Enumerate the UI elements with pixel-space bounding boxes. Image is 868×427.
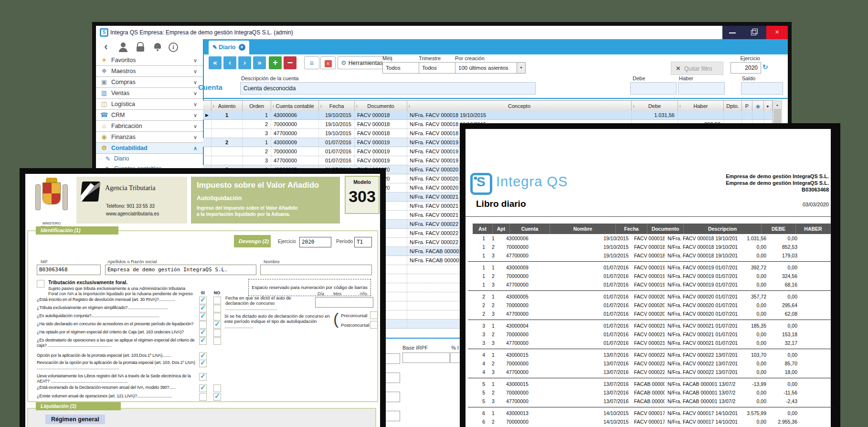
devengo-label: Devengo (2) <box>234 235 271 247</box>
haber-input[interactable] <box>678 82 725 95</box>
minimize-button[interactable] <box>722 26 743 39</box>
report-cell: 1 <box>473 280 489 289</box>
sidebar-item-crm[interactable]: ☎CRM∨ <box>96 110 203 121</box>
sidebar-icon-row: ‹ i <box>96 39 203 55</box>
bell-icon[interactable] <box>151 42 164 53</box>
list-view-button[interactable]: ≡ <box>304 56 319 69</box>
ejercicio-form-input: 2020 <box>299 237 331 247</box>
cart-icon: ▣ <box>100 77 108 87</box>
quitar-filtro-label: Quitar filtro <box>684 65 712 72</box>
nombre-label: Nombre <box>264 259 280 264</box>
sidebar-item-logi-stica[interactable]: ◫Logística∨ <box>96 99 203 110</box>
column-header-haber[interactable]: Haber↕ <box>678 101 724 111</box>
report-row: 234770000001/07/2016FACV 000020N/Fra. FA… <box>473 310 831 318</box>
bottom-field[interactable] <box>385 411 400 421</box>
base-irpf-input[interactable] <box>402 352 450 363</box>
company-line1: Empresa de demo gestión IntegraQS S.L. <box>726 173 829 179</box>
report-cell: 1 <box>489 321 503 330</box>
column-header-eye[interactable]: ◉ <box>752 101 764 111</box>
sidebar-item-favoritos[interactable]: ★Favoritos∨ <box>96 55 203 66</box>
remove-record-button[interactable]: − <box>284 56 296 69</box>
report-cell: FACV 000022 <box>631 351 665 359</box>
close-button[interactable]: × <box>766 26 788 39</box>
saldo-input[interactable] <box>741 82 783 95</box>
back-icon[interactable]: ‹ <box>100 42 112 53</box>
tab-close-icon[interactable]: × <box>239 44 245 51</box>
column-header-asiento[interactable]: Asiento↕ <box>212 101 243 111</box>
delete-button[interactable]: × <box>320 56 336 69</box>
scroll-up-icon[interactable]: ▲ <box>773 101 782 109</box>
report-cell: FACV 000019 <box>631 263 665 272</box>
column-header-cuenta[interactable]: Cuenta contable↕ <box>271 101 319 111</box>
sidebar-item-maestros[interactable]: ❖Maestros∨ <box>96 66 203 77</box>
column-header-documento[interactable]: Documento↕ <box>355 101 407 111</box>
next-record-button[interactable]: › <box>238 56 251 69</box>
report-cell: FACV 000022 <box>631 359 665 368</box>
first-record-button[interactable]: « <box>209 56 222 69</box>
bottom-field[interactable] <box>385 392 400 402</box>
report-cell: 6 <box>473 409 489 417</box>
table-row[interactable]: ▶114300000619/10/2015FACV 000018N/Fra. F… <box>203 111 773 120</box>
bottom-field[interactable] <box>385 353 400 364</box>
por-creacion-dropdown[interactable]: 100 últimos asientos▼ <box>455 62 526 74</box>
refresh-icon[interactable]: ↻ <box>762 63 768 71</box>
column-header-orden[interactable]: Orden <box>243 101 271 111</box>
base-irpf-label: Base IRPF <box>402 345 428 351</box>
report-cell: 0,00 <box>740 359 770 368</box>
column-header-fecha[interactable]: Fecha↕ <box>319 101 355 111</box>
report-row: 114300000901/07/2016FACV 000019N/Fra. FA… <box>473 263 831 272</box>
cuenta-descripcion-input[interactable]: Cuenta desconocida <box>240 82 536 95</box>
quitar-filtro-button[interactable]: ×Quitar filtro <box>671 62 723 75</box>
report-cell <box>540 388 603 397</box>
question-text: Lleva voluntariamente los Libros registr… <box>37 374 198 384</box>
column-header-dpto[interactable]: Dpto. <box>724 101 742 111</box>
report-cell: -2,43 <box>770 397 801 406</box>
report-cell <box>540 321 603 330</box>
report-column-fecha: Fecha <box>616 224 647 234</box>
sidebar-item-label: Fabricación <box>111 121 142 131</box>
report-cell: 01/07/2016 <box>603 292 631 301</box>
lock-icon[interactable] <box>134 42 147 53</box>
report-cell: 43000004 <box>503 321 540 330</box>
ejercicio-input[interactable]: 2020 <box>730 62 761 74</box>
sidebar-item-ventas[interactable]: ▥Ventas∨ <box>96 88 203 99</box>
report-cell: FACV 000019 <box>631 272 665 280</box>
sidebar-menu: ★Favoritos∨❖Maestros∨▣Compras∨▥Ventas∨◫L… <box>96 55 203 174</box>
debe-input[interactable] <box>630 82 677 95</box>
last-record-button[interactable]: » <box>253 56 266 69</box>
periodo-input: T1 <box>354 237 372 247</box>
chevron-up-icon: ∧ <box>193 143 197 153</box>
column-header-concepto[interactable]: Concepto↕ <box>407 101 632 111</box>
report-cell: 3 <box>489 397 503 406</box>
bottom-field[interactable] <box>385 373 400 383</box>
sidebar-item-fabricacio-n[interactable]: ⌂Fabricación∨ <box>96 121 203 132</box>
report-cell: N/Fra. FACV 000017 14/10/201 <box>665 417 740 426</box>
tab-diario[interactable]: ✎Diario× <box>209 41 249 54</box>
report-cell: 01/07/2016 <box>603 310 631 318</box>
column-header-sel[interactable] <box>203 101 212 111</box>
user-icon[interactable] <box>117 42 129 53</box>
report-cell: FACV 000020 <box>631 292 665 301</box>
coat-of-arms <box>32 178 71 204</box>
report-column-apt: Apt <box>493 224 510 234</box>
sidebar-item-compras[interactable]: ▣Compras∨ <box>96 77 203 88</box>
sidebar-item-finanzas[interactable]: ◉Finanzas∨ <box>96 132 203 143</box>
libro-diario-report: S Integra QS Empresa de demo gestión Int… <box>460 123 840 427</box>
si-checkbox <box>199 337 207 345</box>
column-header-debe[interactable]: Debe↕ <box>632 101 678 111</box>
add-record-button[interactable]: + <box>269 56 282 69</box>
ano-label: Año <box>360 291 367 296</box>
report-column-descripcion: Descripcion <box>684 224 762 234</box>
info-icon[interactable]: i <box>169 43 178 52</box>
modelo-number: 303 <box>346 187 379 206</box>
sidebar-item-contabilidad[interactable]: ⚙Contabilidad∧ <box>96 143 203 154</box>
table-header: Asiento↕OrdenCuenta contable↕Fecha↕Docum… <box>203 100 773 112</box>
column-header-nav[interactable]: ▸ <box>764 101 773 111</box>
restore-button[interactable] <box>743 26 766 39</box>
prev-record-button[interactable]: ‹ <box>223 56 236 69</box>
report-cell: FACV 000020 <box>631 310 665 318</box>
sidebar-item-diario[interactable]: ···✎Diario <box>96 154 203 164</box>
column-header-p[interactable]: P <box>742 101 752 111</box>
report-cell: 1.031,56 <box>740 234 770 243</box>
sidebar-item-label: Compras <box>111 77 136 87</box>
